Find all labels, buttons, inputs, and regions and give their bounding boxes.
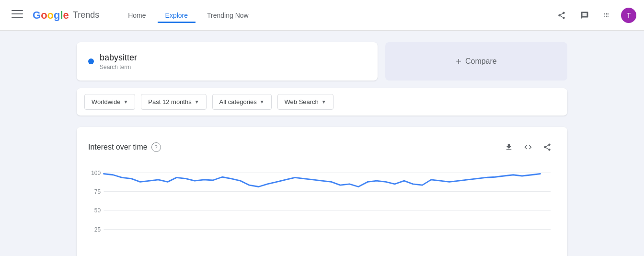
filter-search-type[interactable]: Web Search ▼	[277, 94, 334, 110]
svg-text:50: 50	[94, 207, 101, 214]
chart-header: Interest over time ?	[88, 139, 556, 156]
filter-search-type-label: Web Search	[285, 98, 319, 105]
svg-rect-1	[12, 13, 23, 14]
trends-wordmark: Trends	[73, 10, 99, 20]
share-chart-button[interactable]	[539, 139, 556, 156]
filter-region[interactable]: Worldwide ▼	[84, 94, 135, 110]
chevron-down-icon: ▼	[260, 99, 264, 105]
filter-category-label: All categories	[219, 98, 257, 105]
compare-label: Compare	[465, 57, 497, 66]
google-logo: Google	[33, 9, 69, 22]
menu-icon[interactable]	[8, 4, 27, 26]
nav-trending-now[interactable]: Trending Now	[199, 8, 256, 23]
svg-text:100: 100	[91, 170, 101, 176]
term-name: babysitter	[100, 53, 137, 63]
chevron-down-icon: ▼	[123, 99, 128, 105]
filter-category[interactable]: All categories ▼	[212, 94, 272, 110]
chat-icon[interactable]	[575, 6, 594, 25]
chart-svg: 100 75 50 25	[88, 167, 556, 254]
share-icon[interactable]	[552, 6, 571, 25]
chart-title-group: Interest over time ?	[88, 142, 161, 152]
svg-rect-0	[12, 10, 23, 11]
nav-home[interactable]: Home	[120, 8, 153, 23]
svg-text:75: 75	[94, 188, 101, 195]
download-button[interactable]	[500, 139, 518, 156]
chart-actions	[500, 139, 556, 156]
term-info: babysitter Search term	[100, 53, 137, 70]
chart-container: 100 75 50 25 Jul 9, 2023 Nov 5, 2023 Mar…	[88, 167, 556, 256]
filter-time[interactable]: Past 12 months ▼	[141, 94, 206, 110]
term-color-dot	[88, 58, 94, 64]
term-type: Search term	[100, 64, 137, 70]
interest-over-time-card: Interest over time ?	[77, 127, 567, 256]
compare-card[interactable]: + Compare	[385, 42, 567, 81]
search-term-card: babysitter Search term	[77, 42, 378, 81]
nav-explore[interactable]: Explore	[158, 8, 196, 23]
main-content: babysitter Search term + Compare Worldwi…	[0, 31, 644, 256]
chart-title: Interest over time	[88, 143, 148, 151]
svg-rect-2	[12, 17, 23, 18]
header-right: T	[552, 6, 636, 25]
chevron-down-icon: ▼	[322, 99, 326, 105]
main-nav: Home Explore Trending Now	[120, 8, 256, 23]
header-left: Google Trends Home Explore Trending Now	[8, 4, 256, 26]
chevron-down-icon: ▼	[195, 99, 199, 105]
search-terms-row: babysitter Search term + Compare	[77, 42, 567, 81]
filter-region-label: Worldwide	[92, 98, 120, 105]
filter-row: Worldwide ▼ Past 12 months ▼ All categor…	[77, 88, 567, 116]
filter-time-label: Past 12 months	[148, 98, 191, 105]
compare-plus-icon: +	[456, 56, 461, 67]
app-header: Google Trends Home Explore Trending Now …	[0, 0, 644, 31]
svg-text:25: 25	[94, 226, 101, 233]
google-trends-logo[interactable]: Google Trends	[33, 9, 99, 22]
help-icon[interactable]: ?	[151, 142, 161, 152]
apps-icon[interactable]	[598, 6, 617, 25]
user-avatar[interactable]: T	[621, 8, 636, 23]
embed-button[interactable]	[519, 139, 537, 156]
